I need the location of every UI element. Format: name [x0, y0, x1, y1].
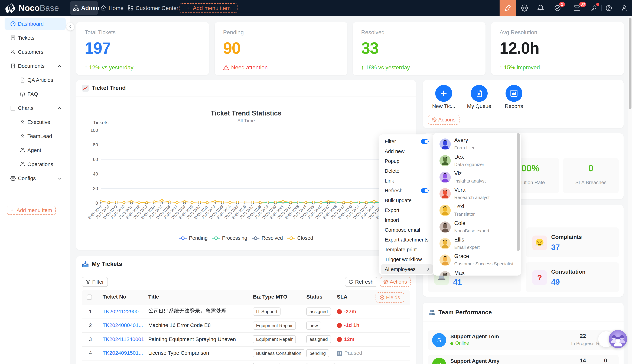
svg-text:0: 0: [96, 200, 98, 206]
svg-text:Tickets: Tickets: [93, 120, 109, 125]
svg-text:20: 20: [93, 186, 98, 191]
svg-text:60: 60: [93, 157, 98, 162]
svg-text:80: 80: [93, 142, 98, 148]
svg-text:100: 100: [91, 128, 98, 133]
svg-text:40: 40: [93, 171, 98, 176]
